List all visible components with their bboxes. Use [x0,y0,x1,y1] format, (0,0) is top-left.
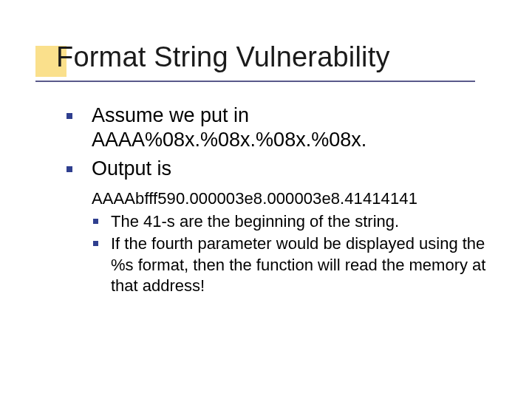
bullet-list-level2: The 41-s are the beginning of the string… [64,211,492,296]
slide: Format String Vulnerability Assume we pu… [0,0,532,399]
output-text: AAAAbfff590.000003e8.000003e8.41414141 [64,188,492,209]
square-bullet-icon [66,166,72,172]
bullet-list-level1: Assume we put in AAAA%08x.%08x.%08x.%08x… [64,103,492,181]
list-item-text: Assume we put in AAAA%08x.%08x.%08x.%08x… [92,104,366,151]
list-item: The 41-s are the beginning of the string… [92,211,492,232]
list-item-text: If the fourth parameter would be display… [111,234,485,294]
list-item: Output is [64,157,492,181]
slide-title: Format String Vulnerability [56,41,390,73]
square-bullet-icon [93,219,98,224]
square-bullet-icon [66,113,72,119]
slide-body: Assume we put in AAAA%08x.%08x.%08x.%08x… [64,103,492,298]
title-underline [35,81,475,82]
list-item: Assume we put in AAAA%08x.%08x.%08x.%08x… [64,103,492,152]
list-item-text: The 41-s are the beginning of the string… [111,212,399,231]
square-bullet-icon [93,241,98,246]
list-item-text: Output is [92,157,171,180]
list-item: If the fourth parameter would be display… [92,233,492,296]
